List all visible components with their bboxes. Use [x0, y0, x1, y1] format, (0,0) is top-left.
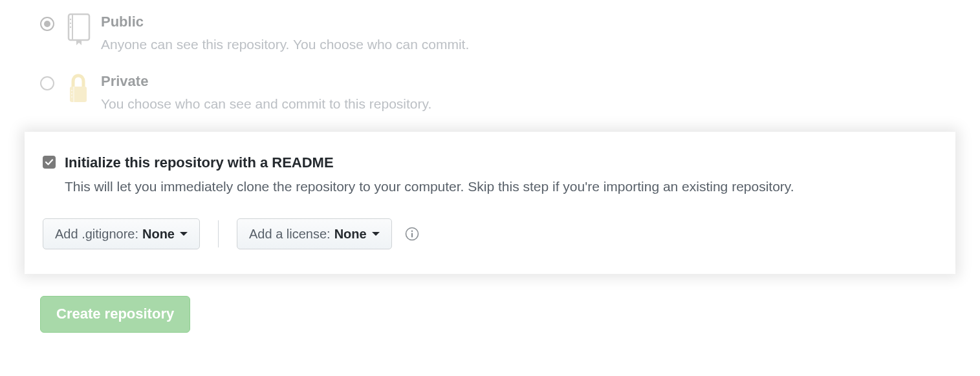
radio-private[interactable]: [40, 76, 54, 90]
svg-rect-0: [69, 14, 89, 40]
visibility-section: Public Anyone can see this repository. Y…: [0, 0, 980, 114]
public-title: Public: [101, 13, 469, 32]
check-icon: [45, 158, 54, 167]
divider: [218, 220, 219, 247]
private-text: Private You choose who can see and commi…: [101, 72, 431, 114]
initialize-panel: Initialize this repository with a README…: [25, 132, 955, 274]
readme-desc: This will let you immediately clone the …: [65, 176, 794, 197]
dropdown-row: Add .gitignore: None Add a license: None: [43, 218, 937, 249]
chevron-down-icon: [180, 232, 188, 236]
svg-point-8: [71, 93, 72, 94]
readme-title: Initialize this repository with a README: [65, 154, 794, 172]
svg-point-4: [70, 26, 71, 28]
private-title: Private: [101, 72, 431, 91]
readme-row: Initialize this repository with a README…: [43, 154, 937, 196]
svg-point-7: [71, 90, 72, 91]
visibility-option-private[interactable]: Private You choose who can see and commi…: [40, 72, 980, 114]
license-value: None: [334, 225, 367, 242]
license-dropdown[interactable]: Add a license: None: [237, 218, 392, 249]
info-icon[interactable]: [405, 227, 419, 241]
repo-icon: [65, 13, 92, 45]
license-label: Add a license:: [249, 225, 331, 242]
gitignore-label: Add .gitignore:: [55, 225, 138, 242]
lock-icon: [65, 72, 92, 105]
public-text: Public Anyone can see this repository. Y…: [101, 13, 469, 54]
gitignore-value: None: [142, 225, 175, 242]
svg-rect-5: [70, 87, 87, 102]
radio-public[interactable]: [40, 17, 54, 31]
initialize-readme-checkbox[interactable]: [43, 156, 56, 169]
chevron-down-icon: [372, 232, 380, 236]
svg-rect-12: [411, 233, 413, 238]
gitignore-dropdown[interactable]: Add .gitignore: None: [43, 218, 200, 249]
visibility-option-public[interactable]: Public Anyone can see this repository. Y…: [40, 13, 980, 54]
readme-text: Initialize this repository with a README…: [65, 154, 794, 196]
svg-point-9: [71, 96, 72, 98]
svg-point-11: [411, 231, 413, 233]
svg-point-3: [70, 23, 71, 24]
public-desc: Anyone can see this repository. You choo…: [101, 34, 469, 55]
private-desc: You choose who can see and commit to thi…: [101, 94, 431, 114]
svg-point-2: [70, 19, 71, 20]
submit-row: Create repository: [40, 296, 980, 332]
radio-public-dot: [44, 21, 50, 27]
create-repository-button[interactable]: Create repository: [40, 296, 190, 332]
